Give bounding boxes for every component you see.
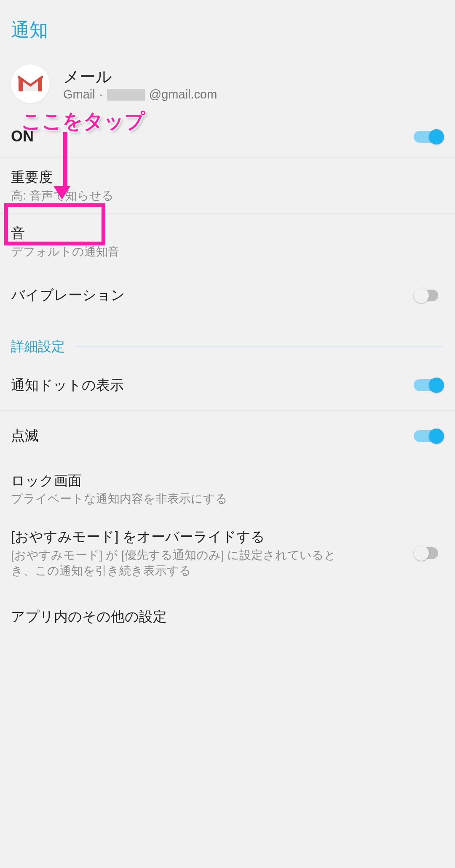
vibration-row[interactable]: バイブレーション xyxy=(0,270,455,321)
email-masked xyxy=(107,89,145,101)
advanced-label: 詳細設定 xyxy=(11,338,65,356)
dnd-override-toggle[interactable] xyxy=(414,544,444,562)
inapp-settings-row[interactable]: アプリ内のその他の設定 xyxy=(0,589,455,644)
lockscreen-title: ロック画面 xyxy=(11,471,431,490)
notification-dot-title: 通知ドットの表示 xyxy=(11,376,401,395)
dnd-override-title: [おやすみモード] をオーバーライドする xyxy=(11,527,344,546)
gmail-icon xyxy=(11,64,50,103)
lockscreen-sub: プライベートな通知内容を非表示にする xyxy=(11,491,431,507)
blink-title: 点滅 xyxy=(11,426,401,445)
inapp-settings-title: アプリ内のその他の設定 xyxy=(11,607,431,626)
page-title: 通知 xyxy=(0,0,455,59)
dnd-override-sub: [おやすみモード] が [優先する通知のみ] に設定されているとき、この通知を引… xyxy=(11,547,344,579)
vibration-title: バイブレーション xyxy=(11,286,401,305)
vibration-toggle[interactable] xyxy=(414,287,444,304)
sound-sub: デフォルトの通知音 xyxy=(11,244,431,260)
app-name: メール xyxy=(63,66,217,88)
sound-title: 音 xyxy=(11,224,431,243)
advanced-section-header: 詳細設定 xyxy=(0,326,455,360)
blink-toggle[interactable] xyxy=(414,427,444,445)
app-subtitle: Gmail · @gmail.com xyxy=(63,88,217,101)
blink-row[interactable]: 点滅 xyxy=(0,411,455,461)
app-header: メール Gmail · @gmail.com xyxy=(0,59,455,116)
notification-dot-row[interactable]: 通知ドットの表示 xyxy=(0,360,455,411)
section-divider xyxy=(75,346,444,347)
sound-row[interactable]: 音 デフォルトの通知音 xyxy=(0,214,455,270)
app-service: Gmail xyxy=(63,88,95,101)
dnd-override-row[interactable]: [おやすみモード] をオーバーライドする [おやすみモード] が [優先する通知… xyxy=(0,517,455,589)
master-toggle[interactable] xyxy=(414,128,444,146)
importance-title: 重要度 xyxy=(11,168,431,187)
notification-dot-toggle[interactable] xyxy=(414,376,444,394)
importance-sub: 高: 音声で知らせる xyxy=(11,188,431,204)
master-toggle-label: ON xyxy=(11,126,401,147)
master-toggle-row[interactable]: ON xyxy=(0,116,455,158)
lockscreen-row[interactable]: ロック画面 プライベートな通知内容を非表示にする xyxy=(0,461,455,517)
importance-row[interactable]: 重要度 高: 音声で知らせる xyxy=(0,158,455,214)
email-suffix: @gmail.com xyxy=(149,88,217,101)
